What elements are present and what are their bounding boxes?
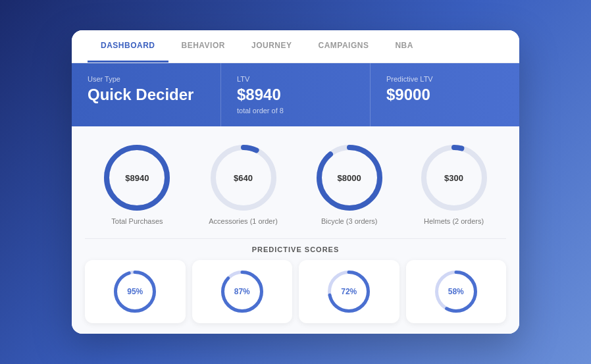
chart-caption-0: Total Purchases	[111, 217, 163, 225]
dashboard-card: DASHBOARDBEHAVIORJOURNEYCAMPAIGNSNBA Use…	[72, 30, 519, 334]
donut-2: $8000	[317, 145, 382, 211]
predictive-scores-title: PREDICTIVE SCORES	[85, 238, 506, 260]
user-type-value: Quick Decider	[88, 86, 205, 104]
donut-label-0: $8940	[125, 173, 149, 183]
donut-label-1: $640	[234, 173, 253, 183]
scores-row: 95%87%72%58%	[85, 260, 506, 334]
ltv-subtext: total order of 8	[237, 107, 354, 115]
score-label-0: 95%	[127, 287, 143, 296]
nav-tab-behavior[interactable]: BEHAVIOR	[168, 30, 238, 63]
donut-label-3: $300	[444, 173, 463, 183]
chart-caption-3: Helmets (2 orders)	[424, 217, 484, 225]
score-card-3: 58%	[406, 260, 507, 323]
header-banner: User Type Quick Decider LTV $8940 total …	[72, 63, 519, 126]
chart-item-1: $640Accessories (1 order)	[209, 145, 278, 225]
nav-tabs: DASHBOARDBEHAVIORJOURNEYCAMPAIGNSNBA	[72, 30, 519, 63]
nav-tab-journey[interactable]: JOURNEY	[238, 30, 305, 63]
score-donut-0: 95%	[114, 271, 156, 313]
ltv-value: $8940	[237, 86, 354, 104]
chart-caption-1: Accessories (1 order)	[209, 217, 278, 225]
score-donut-1: 87%	[221, 271, 263, 313]
ltv-label: LTV	[237, 75, 354, 83]
donut-3: $300	[421, 145, 487, 211]
ltv-section: LTV $8940 total order of 8	[221, 63, 371, 126]
chart-caption-2: Bicycle (3 orders)	[321, 217, 378, 225]
predictive-ltv-label: Predictive LTV	[386, 75, 503, 83]
nav-tab-dashboard[interactable]: DASHBOARD	[88, 30, 168, 63]
predictive-ltv-value: $9000	[386, 86, 503, 104]
predictive-ltv-section: Predictive LTV $9000	[371, 63, 519, 126]
nav-tab-nba[interactable]: NBA	[382, 30, 426, 63]
donut-1: $640	[211, 145, 276, 211]
user-type-label: User Type	[88, 75, 205, 83]
charts-section: $8940Total Purchases$640Accessories (1 o…	[72, 126, 519, 238]
user-type-section: User Type Quick Decider	[72, 63, 221, 126]
donut-0: $8940	[104, 145, 170, 211]
chart-item-3: $300Helmets (2 orders)	[421, 145, 487, 225]
nav-tab-campaigns[interactable]: CAMPAIGNS	[305, 30, 382, 63]
score-donut-3: 58%	[435, 271, 477, 313]
score-label-1: 87%	[234, 287, 250, 296]
score-donut-2: 72%	[328, 271, 370, 313]
score-label-2: 72%	[341, 287, 357, 296]
predictive-section: PREDICTIVE SCORES 95%87%72%58%	[72, 238, 519, 334]
score-card-0: 95%	[85, 260, 186, 323]
score-card-2: 72%	[299, 260, 399, 323]
score-card-1: 87%	[192, 260, 293, 323]
donut-label-2: $8000	[338, 173, 361, 183]
chart-item-0: $8940Total Purchases	[104, 145, 170, 225]
chart-item-2: $8000Bicycle (3 orders)	[317, 145, 382, 225]
score-label-3: 58%	[448, 287, 464, 296]
